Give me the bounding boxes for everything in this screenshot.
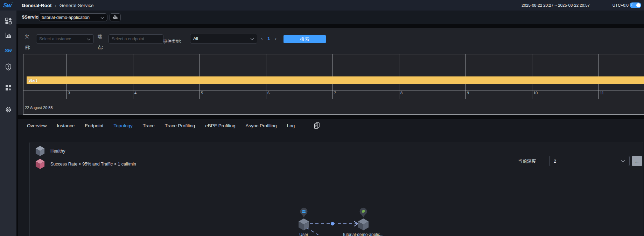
timezone-label[interactable]: UTC+0:0 xyxy=(612,0,629,11)
service-select-value: tutorial-demo-application xyxy=(42,15,99,20)
timeline-gridline xyxy=(532,54,532,90)
axis-tick: 11 xyxy=(598,90,599,99)
tick-label: 6 xyxy=(267,91,270,95)
skywalking-app: Sw’ General-Root › General-Service 2025-… xyxy=(0,0,644,236)
timeline-gridline xyxy=(399,54,399,90)
tick-label: 7 xyxy=(334,91,336,95)
logo-accent: ’ xyxy=(12,1,13,6)
app-node[interactable] xyxy=(358,218,369,230)
start-bar-label: Start xyxy=(28,78,37,82)
breadcrumb-separator: › xyxy=(55,3,56,8)
endpoint-input-wrap[interactable]: Select a endpoint xyxy=(108,34,163,43)
sidebar-item-skywalking-active[interactable]: Sw xyxy=(0,45,16,56)
user-pin-icon xyxy=(300,208,308,218)
event-type-select[interactable]: All xyxy=(190,34,257,43)
sidebar-item-settings[interactable] xyxy=(0,104,16,116)
depth-select[interactable]: 2 xyxy=(549,156,630,166)
tick-label: 10 xyxy=(533,91,538,95)
moon-icon: ☾ xyxy=(631,3,634,7)
legend-label: Success Rate < 95% and Traffic > 1 call/… xyxy=(50,162,136,167)
endpoint-label: 端点: xyxy=(98,31,107,53)
chevron-down-icon xyxy=(100,14,104,21)
tick-label: 11 xyxy=(600,91,604,95)
top-header-bar: Sw’ General-Root › General-Service 2025-… xyxy=(0,0,644,11)
next-page-icon[interactable]: › xyxy=(275,36,276,41)
event-filter-panel: 实例: Select a instance 端点: Select a endpo… xyxy=(18,28,644,115)
timeline-gridline xyxy=(332,54,333,90)
node-label-user: User xyxy=(299,232,308,236)
tab-trace-profiling[interactable]: Trace Profiling xyxy=(165,123,195,128)
timeline-gridline xyxy=(200,54,200,90)
tab-endpoint[interactable]: Endpoint xyxy=(85,123,103,128)
sidebar-item-marketplace[interactable] xyxy=(0,15,16,27)
bar-chart-icon xyxy=(5,32,12,39)
service-select[interactable]: tutorial-demo-application xyxy=(38,13,107,21)
axis-tick: 10 xyxy=(532,90,532,99)
breadcrumb-root[interactable]: General-Root xyxy=(22,3,52,8)
sitemap-icon xyxy=(113,14,118,21)
sidebar-item-new-dashboard[interactable] xyxy=(0,82,16,94)
tick-label: 9 xyxy=(467,91,469,95)
copy-docs-icon[interactable] xyxy=(314,122,320,129)
service-label: $Service xyxy=(22,14,41,20)
toggle-knob xyxy=(636,3,640,7)
settings-gear-icon xyxy=(5,106,12,113)
chevron-down-icon xyxy=(87,36,91,42)
topology-graph[interactable]: User tutorial-demo-applic... xyxy=(291,204,396,236)
event-start-bar[interactable]: Start xyxy=(27,76,644,84)
sidebar-item-alerting[interactable] xyxy=(0,61,16,73)
back-button[interactable]: ← xyxy=(632,156,642,166)
timeline-gridline xyxy=(598,54,599,90)
topology-widget: Healthy Success Rate < 95% and Traffic >… xyxy=(29,142,643,236)
theme-toggle[interactable]: ☾ xyxy=(630,2,641,8)
search-button[interactable]: 搜索 xyxy=(284,35,326,43)
legend-label: Healthy xyxy=(50,149,65,154)
legend-item-unhealthy: Success Rate < 95% and Traffic > 1 call/… xyxy=(35,159,136,169)
tab-topology[interactable]: Topology xyxy=(114,123,133,128)
alert-shield-icon xyxy=(5,63,12,70)
event-timeline: Start 3 4 5 6 7 8 9 10 11 22 August 20:5… xyxy=(23,54,644,115)
endpoint-placeholder: Select a endpoint xyxy=(112,36,160,41)
depth-label: 当前深度 xyxy=(518,158,536,164)
legend-item-healthy: Healthy xyxy=(35,146,65,156)
tick-label: 4 xyxy=(134,91,136,95)
tab-async-profiling[interactable]: Async Profiling xyxy=(246,123,277,128)
skywalking-logo[interactable]: Sw’ xyxy=(3,1,12,9)
service-topology-button[interactable] xyxy=(110,13,121,21)
instance-select[interactable]: Select a instance xyxy=(36,34,94,43)
service-detail-panel: Overview Instance Endpoint Topology Trac… xyxy=(18,119,644,236)
tick-label: 8 xyxy=(400,91,402,95)
axis-tick: 4 xyxy=(133,90,133,99)
breadcrumb-current[interactable]: General-Service xyxy=(59,3,94,8)
event-type-label: 事件类型: xyxy=(163,39,181,45)
timeline-gridline xyxy=(23,90,644,90)
new-dashboard-icon xyxy=(5,84,12,91)
chevron-down-icon xyxy=(250,35,254,42)
tab-log[interactable]: Log xyxy=(287,123,295,128)
tick-label: 5 xyxy=(201,91,203,95)
healthy-cube-icon xyxy=(35,146,45,156)
skywalking-icon: Sw xyxy=(5,48,12,53)
service-selector-bar: $Service tutorial-demo-application xyxy=(16,11,644,24)
prev-page-icon[interactable]: ‹ xyxy=(261,36,262,41)
timeline-gridline xyxy=(266,54,266,90)
instance-label: 实例: xyxy=(25,31,34,53)
timeline-gridline xyxy=(66,54,67,90)
tab-instance[interactable]: Instance xyxy=(57,123,75,128)
axis-tick: 6 xyxy=(266,90,266,99)
edge-midpoint-dot[interactable] xyxy=(331,222,334,225)
time-range-picker[interactable]: 2025-08-22 20:27 ~ 2025-08-22 20:57 xyxy=(522,0,590,11)
event-pagination: ‹ 1 › xyxy=(261,36,276,41)
edge-user-down[interactable] xyxy=(306,228,329,236)
sidebar-item-dashboards[interactable] xyxy=(0,29,16,41)
spring-app-pin-icon xyxy=(360,208,367,218)
current-page[interactable]: 1 xyxy=(267,36,270,41)
tab-overview[interactable]: Overview xyxy=(27,123,47,128)
node-label-app: tutorial-demo-applic... xyxy=(343,232,383,236)
tab-trace[interactable]: Trace xyxy=(143,123,155,128)
tab-bar: Overview Instance Endpoint Topology Trac… xyxy=(18,119,644,132)
axis-tick: 8 xyxy=(399,90,399,99)
event-type-value: All xyxy=(193,36,249,41)
timeline-gridline xyxy=(133,54,133,90)
tab-ebpf-profiling[interactable]: eBPF Profiling xyxy=(205,123,235,128)
